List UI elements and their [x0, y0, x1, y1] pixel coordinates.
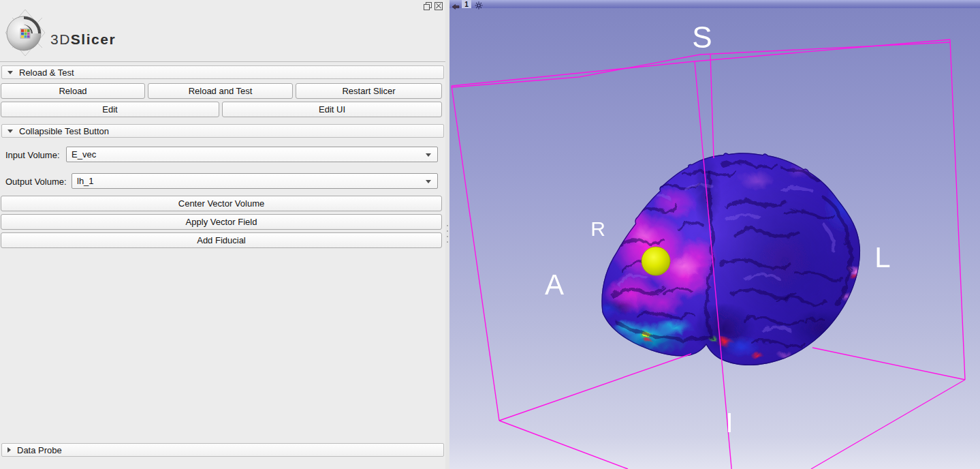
collapse-arrow-icon: [7, 71, 13, 74]
logo-text: 3DSlicer: [50, 31, 116, 48]
close-panel-icon[interactable]: [434, 1, 443, 10]
apply-vector-field-button[interactable]: Apply Vector Field: [1, 214, 442, 230]
pin-icon[interactable]: [452, 1, 460, 13]
edit-ui-button[interactable]: Edit UI: [222, 102, 442, 117]
section-header-data-probe[interactable]: Data Probe: [1, 443, 444, 457]
reload-button[interactable]: Reload: [1, 83, 145, 99]
chevron-down-icon: [426, 153, 431, 157]
logo-3d: 3D: [50, 31, 71, 47]
section-title: Reload & Test: [19, 67, 74, 78]
orientation-label-inferior: I: [725, 408, 733, 438]
threed-viewport[interactable]: S R A L I: [449, 8, 980, 469]
panel-window-controls: [424, 1, 443, 10]
center-vector-volume-button[interactable]: Center Vector Volume: [1, 196, 442, 211]
restart-slicer-button[interactable]: Restart Slicer: [296, 83, 442, 99]
input-volume-label: Input Volume:: [5, 150, 60, 160]
orientation-label-anterior: A: [545, 269, 564, 301]
module-panel: 3DSlicer Reload & Test Reload Reload and…: [0, 0, 446, 469]
edit-button[interactable]: Edit: [1, 102, 219, 117]
output-volume-combobox[interactable]: lh_1: [72, 173, 438, 189]
float-window-icon[interactable]: [424, 1, 432, 10]
view-tab[interactable]: 1: [462, 0, 471, 8]
collapse-arrow-icon: [7, 130, 13, 133]
threed-view[interactable]: 1: [449, 0, 980, 469]
gear-icon[interactable]: [475, 0, 483, 12]
section-header-collapsible-test[interactable]: Collapsible Test Button: [1, 124, 444, 138]
chevron-down-icon: [426, 180, 431, 183]
slicer-logo: 3DSlicer: [3, 7, 153, 59]
output-volume-label: Output Volume:: [5, 177, 67, 187]
threed-view-titlebar: 1: [449, 0, 980, 8]
panel-divider: [0, 61, 445, 62]
orientation-label-superior: S: [692, 20, 712, 54]
reload-and-test-button[interactable]: Reload and Test: [148, 83, 293, 99]
input-volume-combobox[interactable]: E_vec: [66, 147, 438, 162]
orientation-label-right: R: [590, 217, 605, 240]
section-header-reload-test[interactable]: Reload & Test: [1, 65, 444, 79]
section-title: Data Probe: [17, 445, 62, 455]
orientation-label-left: L: [874, 241, 890, 273]
logo-slicer: Slicer: [71, 31, 116, 47]
section-title: Collapsible Test Button: [19, 126, 109, 136]
fiducial-marker[interactable]: [642, 247, 670, 275]
input-volume-value: E_vec: [72, 149, 96, 160]
output-volume-value: lh_1: [77, 176, 94, 186]
expand-arrow-icon: [7, 447, 11, 453]
add-fiducial-button[interactable]: Add Fiducial: [1, 232, 442, 248]
slicer-logo-icon: [3, 8, 48, 57]
